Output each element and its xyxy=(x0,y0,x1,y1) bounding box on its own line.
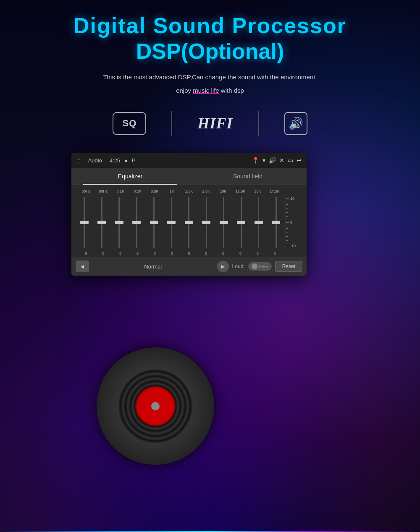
eq-sliders-area: 10 xyxy=(76,195,302,250)
freq-125k: 12.5K xyxy=(232,189,248,193)
tick-top: 10 xyxy=(286,197,296,201)
tick-m8 xyxy=(286,240,296,241)
signal-icon: ▾ xyxy=(262,157,265,164)
page-title-line2: DSP(Optional) xyxy=(136,39,284,64)
status-icons-group: 📍 ▾ 🔊 ✕ ▭ ↩ xyxy=(252,157,302,164)
home-icon[interactable]: ⌂ xyxy=(76,156,81,164)
tick-m4 xyxy=(286,232,296,232)
freq-1k: 1K xyxy=(164,189,180,193)
val-11: 0 xyxy=(267,251,283,256)
scale-top-label: 10 xyxy=(290,197,294,201)
hifi-icon: HIFI xyxy=(197,115,233,132)
tick-m6 xyxy=(286,236,296,237)
eq-slider-6[interactable] xyxy=(181,195,197,250)
freq-05k: 0.5K xyxy=(147,189,163,193)
icon-divider-2 xyxy=(258,111,259,136)
eq-slider-9[interactable] xyxy=(234,195,249,250)
eq-frequency-labels: 60Hz 80Hz 0.1K 0.2K 0.5K 1K 1.5K 2.5K 10… xyxy=(76,189,302,193)
icon-divider-1 xyxy=(171,111,172,136)
val-1: 0 xyxy=(95,251,111,256)
val-7: 0 xyxy=(198,251,214,256)
window-icon: ▭ xyxy=(288,157,293,164)
equalizer-container: 60Hz 80Hz 0.1K 0.2K 0.5K 1K 1.5K 2.5K 10… xyxy=(71,185,307,257)
close-icon: ✕ xyxy=(279,157,284,164)
eq-bottom-controls: ◄ Normal ► Loud: OFF Reset xyxy=(71,257,307,276)
next-preset-button[interactable]: ► xyxy=(217,261,229,272)
reset-button[interactable]: Reset xyxy=(275,261,302,272)
prev-preset-button[interactable]: ◄ xyxy=(76,261,89,272)
freq-15k: 1.5K xyxy=(181,189,197,193)
scale-bot-label: -10 xyxy=(290,244,296,248)
freq-80hz: 80Hz xyxy=(95,189,111,193)
scale-mid-label: 0 xyxy=(290,221,292,224)
eq-slider-5[interactable] xyxy=(164,195,180,250)
eq-slider-8[interactable] xyxy=(216,195,232,250)
tick-8 xyxy=(286,204,296,205)
freq-02k: 0.2K xyxy=(129,189,145,193)
tick-2 xyxy=(286,216,296,217)
tick-mid: 0 xyxy=(286,221,296,224)
eq-sliders-group xyxy=(76,195,284,250)
val-3: 0 xyxy=(129,251,145,256)
toggle-circle xyxy=(252,263,257,269)
page-title-line1: Digital Sound Processor xyxy=(74,13,346,39)
eq-slider-10[interactable] xyxy=(251,195,267,250)
app-label: Audio xyxy=(88,157,102,164)
eq-slider-1[interactable] xyxy=(94,195,110,250)
freq-175k: 17.5K xyxy=(267,189,283,193)
val-10: 0 xyxy=(249,251,265,256)
val-6: 0 xyxy=(181,251,197,256)
main-content: Digital Sound Processor DSP(Optional) Th… xyxy=(0,0,420,276)
loud-label: Loud: xyxy=(232,263,245,269)
volume-icon: 🔊 xyxy=(269,157,276,164)
freq-15k2: 15K xyxy=(249,189,265,193)
status-dot: ● xyxy=(124,157,128,164)
val-0: 0 xyxy=(78,251,94,256)
freq-60hz: 60Hz xyxy=(78,189,94,193)
tab-sound-field[interactable]: Sound field xyxy=(189,168,307,185)
tick-6 xyxy=(286,209,296,209)
tick-m2 xyxy=(286,228,296,229)
freq-25k: 2.5K xyxy=(198,189,214,193)
android-ui-panel: ⌂ Audio 4:25 ● P 📍 ▾ 🔊 ✕ ▭ ↩ Equalizer S… xyxy=(71,153,307,276)
eq-slider-4[interactable] xyxy=(146,195,162,250)
scale-ticks: 10 xyxy=(286,197,296,248)
val-9: 0 xyxy=(232,251,248,256)
location-icon: 📍 xyxy=(252,157,259,164)
description-line2: enjoy music life with dsp xyxy=(176,85,244,96)
description-line1: This is the most advanced DSP,Can change… xyxy=(103,71,317,83)
speaker-icon: 🔊 xyxy=(284,112,307,135)
freq-10k: 10K xyxy=(215,189,231,193)
eq-slider-3[interactable] xyxy=(129,195,145,250)
val-5: 0 xyxy=(164,251,180,256)
eq-slider-11[interactable] xyxy=(268,195,284,250)
music-life-text: music life xyxy=(193,87,219,94)
time-display: 4:25 xyxy=(110,157,120,164)
eq-scale-ruler: 10 xyxy=(286,195,302,250)
eq-slider-0[interactable] xyxy=(76,195,92,250)
val-8: 0 xyxy=(215,251,231,256)
preset-label: Normal xyxy=(92,263,214,270)
tab-equalizer[interactable]: Equalizer xyxy=(71,168,189,185)
sq-icon: SQ xyxy=(113,112,146,135)
feature-icons-row: SQ HIFI 🔊 xyxy=(113,111,307,136)
freq-01k: 0.1K xyxy=(113,189,129,193)
eq-slider-2[interactable] xyxy=(111,195,127,250)
val-4: 0 xyxy=(147,251,163,256)
eq-values-row: 0 0 0 0 0 0 0 0 0 0 0 0 xyxy=(76,250,302,257)
val-2: 0 xyxy=(113,251,129,256)
loud-toggle[interactable]: OFF xyxy=(248,262,272,271)
status-p: P xyxy=(132,157,136,164)
tick-bot: -10 xyxy=(286,244,296,248)
eq-slider-7[interactable] xyxy=(199,195,215,250)
tick-4 xyxy=(286,212,296,213)
vinyl-record xyxy=(97,347,214,465)
back-icon[interactable]: ↩ xyxy=(297,157,302,164)
tab-bar: Equalizer Sound field xyxy=(71,168,307,185)
status-bar: ⌂ Audio 4:25 ● P 📍 ▾ 🔊 ✕ ▭ ↩ xyxy=(71,153,307,168)
toggle-state-label: OFF xyxy=(259,264,268,269)
